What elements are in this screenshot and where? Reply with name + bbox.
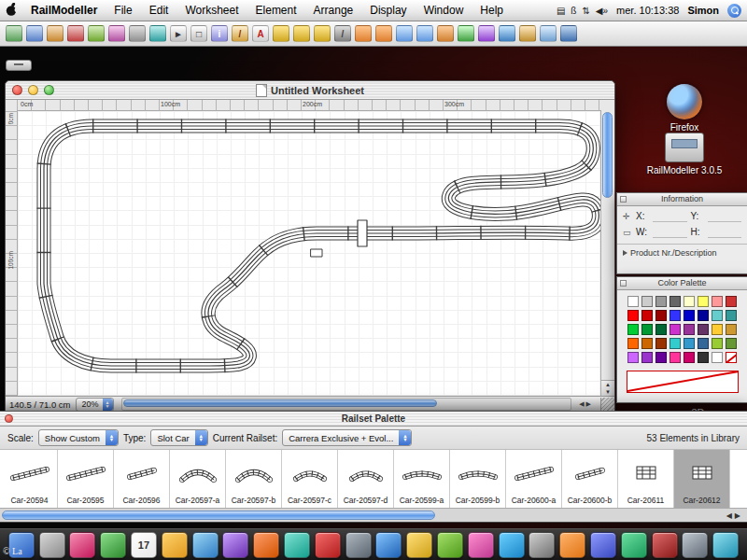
- vertical-scrollbar[interactable]: ▲▼: [600, 111, 614, 396]
- toolbar-icon-13[interactable]: A: [252, 25, 269, 42]
- bluetooth-icon[interactable]: ß: [571, 6, 576, 16]
- collapsed-window-pill[interactable]: [6, 60, 32, 71]
- railset-scroll-thumb[interactable]: [2, 511, 435, 520]
- color-swatch-9[interactable]: [627, 310, 639, 321]
- toolbar-icon-6[interactable]: [108, 25, 125, 42]
- dock-icon-2[interactable]: [39, 532, 65, 558]
- display-icon[interactable]: ▤: [557, 6, 565, 16]
- desktop-icon-disk[interactable]: RailModeller 3.0.5: [644, 133, 725, 175]
- color-swatch-39[interactable]: [712, 352, 723, 363]
- railset-item-car-20600-b[interactable]: Car-20600-b: [562, 450, 618, 508]
- horizontal-scrollbar[interactable]: [121, 398, 572, 411]
- color-swatch-15[interactable]: [712, 310, 723, 321]
- dock-icon-calendar[interactable]: 17: [131, 532, 157, 558]
- dock-icon-19[interactable]: [559, 532, 585, 558]
- apple-menu-icon[interactable]: [0, 3, 22, 19]
- color-swatch-34[interactable]: [641, 352, 653, 363]
- color-swatch-21[interactable]: [684, 324, 695, 335]
- dock-icon-17[interactable]: [499, 532, 525, 558]
- updown-arrows-icon[interactable]: ⇅: [582, 6, 589, 16]
- dock-icon-12[interactable]: [345, 532, 372, 558]
- menu-edit[interactable]: Edit: [141, 0, 177, 21]
- railset-item-car-20596[interactable]: Car-20596: [114, 450, 170, 508]
- zoom-control[interactable]: 20% ▲▼: [76, 398, 113, 412]
- horizontal-scroll-arrows[interactable]: ◀▶: [579, 400, 595, 408]
- toolbar-icon-10[interactable]: □: [190, 25, 207, 42]
- color-swatch-17[interactable]: [627, 324, 639, 335]
- dock-icon-20[interactable]: [590, 532, 616, 558]
- dock-icon-18[interactable]: [529, 532, 555, 558]
- color-swatch-26[interactable]: [641, 338, 653, 349]
- desktop-icon-firefox[interactable]: Firefox: [644, 84, 725, 133]
- no-color-preview[interactable]: [627, 371, 739, 393]
- dock-icon-16[interactable]: [468, 532, 494, 558]
- menu-window[interactable]: Window: [416, 0, 472, 21]
- color-swatch-1[interactable]: [627, 296, 639, 307]
- toolbar-icon-12[interactable]: /: [232, 25, 248, 42]
- toolbar-icon-7[interactable]: [129, 25, 146, 42]
- dock-icon-24[interactable]: [712, 532, 739, 558]
- railset-item-car-20597-c[interactable]: Car-20597-c: [282, 450, 338, 508]
- dock-icon-6[interactable]: [162, 532, 188, 558]
- color-swatch-22[interactable]: [698, 324, 709, 335]
- toolbar-icon-26[interactable]: [519, 25, 536, 42]
- y-value-field[interactable]: [708, 210, 742, 222]
- toolbar-icon-25[interactable]: [499, 25, 515, 42]
- toolbar-icon-28[interactable]: [560, 25, 577, 42]
- toolbar-icon-4[interactable]: [67, 25, 84, 42]
- h-value-field[interactable]: [708, 226, 742, 238]
- palette-close-button[interactable]: [620, 196, 627, 203]
- color-swatch-19[interactable]: [655, 324, 667, 335]
- dock-icon-23[interactable]: [682, 532, 708, 558]
- toolbar-icon-2[interactable]: [26, 25, 43, 42]
- toolbar-icon-17[interactable]: /: [334, 25, 351, 42]
- toolbar-icon-8[interactable]: [149, 25, 166, 42]
- dock-icon-14[interactable]: [406, 532, 432, 558]
- color-swatch-25[interactable]: [627, 338, 639, 349]
- color-swatch-28[interactable]: [669, 338, 681, 349]
- dock-icon-11[interactable]: [315, 532, 341, 558]
- toolbar-icon-9[interactable]: ►: [170, 25, 187, 42]
- color-swatch-10[interactable]: [641, 310, 653, 321]
- toolbar-icon-18[interactable]: [355, 25, 372, 42]
- color-swatch-18[interactable]: [641, 324, 653, 335]
- menu-arrange[interactable]: Arrange: [305, 0, 362, 21]
- color-swatch-12[interactable]: [669, 310, 681, 321]
- color-swatch-11[interactable]: [655, 310, 667, 321]
- color-swatch-20[interactable]: [669, 324, 681, 335]
- color-swatch-8[interactable]: [726, 296, 737, 307]
- menubar-clock[interactable]: mer. 10:13:38: [616, 5, 679, 16]
- menu-file[interactable]: File: [106, 0, 140, 21]
- menu-display[interactable]: Display: [361, 0, 415, 21]
- dock-icon-21[interactable]: [621, 532, 647, 558]
- railset-item-car-20594[interactable]: Car-20594: [2, 450, 58, 508]
- track-canvas[interactable]: [18, 111, 600, 396]
- worksheet-title-bar[interactable]: Untitled Worksheet: [6, 81, 614, 100]
- horizontal-scroll-thumb[interactable]: [123, 399, 438, 407]
- toolbar-icon-16[interactable]: [314, 25, 331, 42]
- dock-icon-3[interactable]: [69, 532, 95, 558]
- color-swatch-23[interactable]: [712, 324, 723, 335]
- dock-icon-4[interactable]: [100, 532, 126, 558]
- toolbar-icon-1[interactable]: [6, 25, 22, 42]
- dock-icon-15[interactable]: [437, 532, 463, 558]
- color-swatch-38[interactable]: [698, 352, 709, 363]
- toolbar-icon-19[interactable]: [375, 25, 392, 42]
- dock-icon-13[interactable]: [375, 532, 402, 558]
- toolbar-icon-11[interactable]: i: [211, 25, 228, 42]
- color-swatch-16[interactable]: [726, 310, 737, 321]
- w-value-field[interactable]: [653, 226, 687, 238]
- color-swatch-4[interactable]: [669, 296, 681, 307]
- color-palette-title-bar[interactable]: Color Palette: [617, 277, 747, 290]
- railset-item-car-20597-d[interactable]: Car-20597-d: [338, 450, 394, 508]
- color-swatch-29[interactable]: [684, 338, 695, 349]
- railset-item-car-20597-b[interactable]: Car-20597-b: [226, 450, 282, 508]
- menu-element[interactable]: Element: [247, 0, 305, 21]
- volume-icon[interactable]: ◀»: [596, 6, 608, 16]
- color-swatch-31[interactable]: [712, 338, 723, 349]
- railset-item-car-20600-a[interactable]: Car-20600-a: [506, 450, 562, 508]
- zoom-stepper-icon[interactable]: ▲▼: [103, 399, 113, 411]
- spotlight-icon[interactable]: [727, 4, 741, 18]
- menu-help[interactable]: Help: [472, 0, 512, 21]
- color-swatch-2[interactable]: [641, 296, 653, 307]
